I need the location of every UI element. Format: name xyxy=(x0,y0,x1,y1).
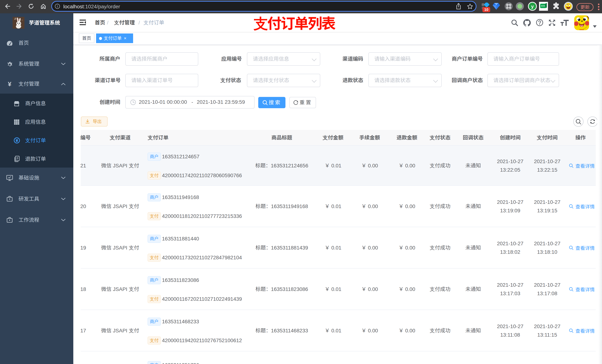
svg-text:y: y xyxy=(531,4,534,9)
